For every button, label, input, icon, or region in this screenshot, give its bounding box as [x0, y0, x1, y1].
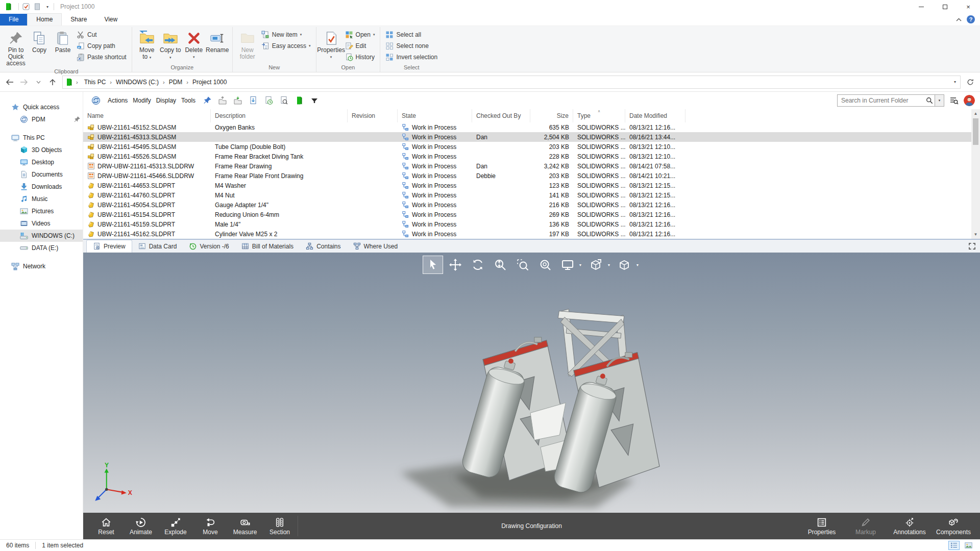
- check-in-icon[interactable]: [232, 95, 243, 106]
- preview-tab-version-6[interactable]: Version -/6: [183, 240, 235, 253]
- edit-button[interactable]: Edit: [343, 41, 377, 51]
- file-row[interactable]: UBW-21161-45313.SLDASM Work in Process D…: [83, 132, 980, 142]
- vault-icon[interactable]: [293, 95, 305, 106]
- file-row[interactable]: UBW-21161-45152.SLDASM Oxygen Banks Work…: [83, 122, 980, 132]
- sidebar-item-videos[interactable]: Videos: [0, 217, 83, 230]
- scroll-down-icon[interactable]: ▼: [971, 230, 980, 239]
- markup-button[interactable]: Markup: [846, 517, 885, 536]
- pin-toolbar-icon[interactable]: [202, 95, 213, 106]
- sidebar-item-this-pc[interactable]: This PC: [0, 132, 83, 144]
- minimize-button[interactable]: [910, 0, 933, 13]
- properties-button[interactable]: Properties ▾: [320, 28, 343, 61]
- reset-button[interactable]: Reset: [90, 517, 122, 536]
- copy-button[interactable]: Copy: [28, 28, 51, 54]
- up-button[interactable]: [46, 76, 59, 89]
- preview-tab-where-used[interactable]: Where Used: [347, 240, 404, 253]
- select-all-button[interactable]: Select all: [383, 30, 439, 39]
- preview-tab-preview[interactable]: Preview: [86, 240, 132, 253]
- pdm-menu-display[interactable]: Display: [154, 95, 178, 106]
- pdm-vault-view-icon[interactable]: [90, 95, 102, 106]
- components-button[interactable]: Components: [934, 517, 973, 536]
- file-row[interactable]: DRW-UBW-21161-45313.SLDDRW Frame Rear Dr…: [83, 161, 980, 171]
- move-button[interactable]: Move: [194, 517, 226, 536]
- tab-view[interactable]: View: [95, 14, 126, 26]
- move-to-button[interactable]: Move to ▾: [135, 28, 159, 61]
- zoom-in-out-button[interactable]: [490, 256, 510, 274]
- sidebar-item-music[interactable]: Music: [0, 193, 83, 205]
- sidebar-item-documents[interactable]: Documents: [0, 168, 83, 181]
- column-header-state[interactable]: State: [398, 109, 472, 122]
- annotations-button[interactable]: Annotations: [890, 517, 929, 536]
- details-view-button[interactable]: [948, 541, 960, 550]
- copy-path-button[interactable]: Copy path: [75, 41, 129, 51]
- appearance-caret[interactable]: ▼: [607, 263, 611, 267]
- recent-locations-caret[interactable]: [32, 76, 45, 89]
- column-header-description[interactable]: Description: [211, 109, 348, 122]
- sidebar-item-downloads[interactable]: Downloads: [0, 181, 83, 193]
- sidebar-item-pdm[interactable]: PDM: [0, 113, 83, 126]
- scroll-thumb[interactable]: [973, 118, 978, 145]
- select-none-button[interactable]: Select none: [383, 41, 439, 51]
- column-header-checked-out-by[interactable]: Checked Out By: [472, 109, 530, 122]
- breadcrumb-item-project-1000[interactable]: Project 1000: [189, 77, 230, 87]
- display-filter-icon[interactable]: [309, 95, 320, 106]
- file-row[interactable]: UBW-21161-45162.SLDPRT Cylinder Valve M2…: [83, 229, 980, 239]
- preview-tab-contains[interactable]: Contains: [300, 240, 347, 253]
- tab-home[interactable]: Home: [27, 13, 62, 26]
- preview-tab-bill-of-materials[interactable]: Bill of Materials: [235, 240, 300, 253]
- select-tool-button[interactable]: [423, 256, 443, 274]
- file-row[interactable]: UBW-21161-44653.SLDPRT M4 Washer Work in…: [83, 181, 980, 190]
- file-row[interactable]: UBW-21161-45159.SLDPRT Male 1/4" Work in…: [83, 219, 980, 229]
- search-icon[interactable]: [924, 95, 935, 106]
- tab-file[interactable]: File: [0, 14, 27, 26]
- address-dropdown-caret[interactable]: ▾: [954, 80, 956, 84]
- column-header-name[interactable]: Name: [83, 109, 211, 122]
- pdm-menu-modify[interactable]: Modify: [131, 95, 153, 106]
- quick-check-icon[interactable]: [22, 3, 30, 11]
- column-header-date-modified[interactable]: Date Modified: [625, 109, 685, 122]
- forward-button[interactable]: [17, 76, 31, 89]
- preview-tab-data-card[interactable]: Data Card: [132, 240, 183, 253]
- user-avatar[interactable]: [964, 95, 975, 106]
- pin-to-quick-access-button[interactable]: Pin to Quick access: [4, 28, 28, 67]
- invert-selection-button[interactable]: Invert selection: [383, 53, 439, 62]
- animate-button[interactable]: Animate: [125, 517, 157, 536]
- file-row[interactable]: UBW-21161-45154.SLDPRT Reducing Union 6-…: [83, 210, 980, 219]
- fullscreen-icon[interactable]: [968, 242, 976, 250]
- sidebar-item-windows-c[interactable]: WINDOWS (C:): [0, 230, 83, 242]
- column-header-revision[interactable]: Revision: [348, 109, 398, 122]
- collapse-ribbon-icon[interactable]: [956, 18, 962, 21]
- tab-share[interactable]: Share: [62, 14, 95, 26]
- scroll-up-icon[interactable]: ▲: [971, 109, 980, 118]
- help-icon[interactable]: ?: [967, 15, 975, 23]
- file-list-scrollbar[interactable]: ▲ ▼: [971, 109, 980, 239]
- new-item-button[interactable]: New item▾: [259, 30, 313, 39]
- back-button[interactable]: [3, 76, 16, 89]
- address-input[interactable]: › This PC›WINDOWS (C:)›PDM›Project 1000 …: [62, 76, 961, 89]
- file-row[interactable]: UBW-21161-45054.SLDPRT Gauge Adapter 1/4…: [83, 200, 980, 210]
- file-row[interactable]: UBW-21161-45495.SLDASM Tube Clamp (Doubl…: [83, 142, 980, 152]
- column-header-type[interactable]: ∧ Type: [573, 109, 625, 122]
- quick-access-toolbar-caret[interactable]: ▾: [46, 5, 48, 9]
- close-button[interactable]: ×: [957, 0, 980, 13]
- rename-button[interactable]: Rename: [206, 28, 229, 54]
- breadcrumb-item-this-pc[interactable]: This PC: [81, 77, 109, 87]
- measure-button[interactable]: Measure: [229, 517, 261, 536]
- refresh-icon[interactable]: [964, 76, 977, 89]
- zoom-to-fit-button[interactable]: [535, 256, 555, 274]
- new-folder-button[interactable]: New folder: [236, 28, 259, 61]
- pan-tool-button[interactable]: [445, 256, 465, 274]
- search-input[interactable]: [841, 97, 924, 104]
- paste-button[interactable]: Paste: [51, 28, 75, 54]
- view-orientation-button[interactable]: [614, 256, 634, 274]
- section-button[interactable]: Section: [264, 517, 296, 536]
- file-row[interactable]: DRW-UBW-21161-45466.SLDDRW Frame Rear Pl…: [83, 171, 980, 181]
- view-orientation-caret[interactable]: ▼: [635, 263, 639, 267]
- sidebar-item-data-e[interactable]: DATA (E:): [0, 242, 83, 254]
- explode-button[interactable]: Explode: [160, 517, 191, 536]
- preview-viewport[interactable]: ▼ ▼ ▼ Y X: [83, 253, 980, 513]
- sidebar-item-3d-objects[interactable]: 3D Objects: [0, 144, 83, 156]
- sidebar-item-quick-access[interactable]: Quick access: [0, 101, 83, 113]
- column-header-size[interactable]: Size: [530, 109, 573, 122]
- breadcrumb-item-windows-c[interactable]: WINDOWS (C:): [113, 77, 162, 87]
